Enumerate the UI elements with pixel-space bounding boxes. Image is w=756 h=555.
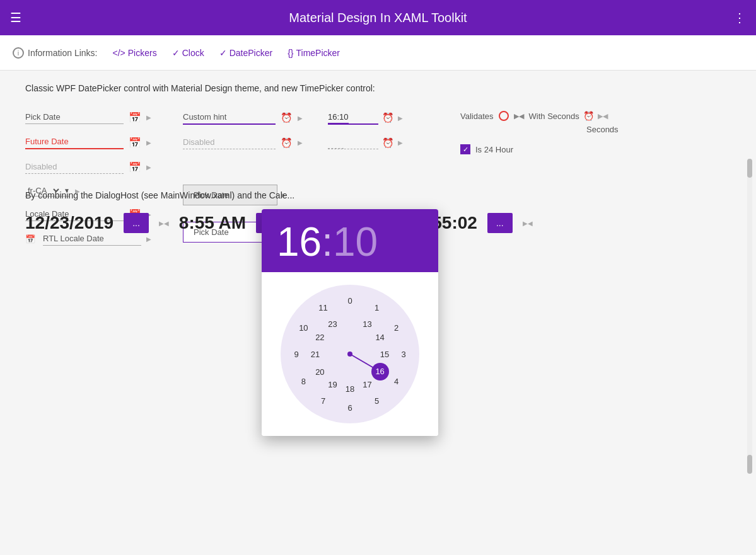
clock-number-10[interactable]: 10 [299, 323, 308, 332]
clock-number-22[interactable]: 22 [315, 332, 324, 341]
radio-1[interactable]: ▶◀ [159, 220, 169, 227]
clock-number-0[interactable]: 0 [347, 296, 352, 306]
clock-number-11[interactable]: 11 [318, 303, 327, 312]
scrollbar-thumb-right-bottom[interactable] [747, 455, 752, 474]
clock-number-5[interactable]: 5 [375, 396, 379, 405]
clock-number-17[interactable]: 17 [363, 379, 371, 389]
time-disabled-toggle-icon: ▶ [398, 139, 403, 146]
future-date-toggle-icon[interactable]: ▶ [146, 139, 151, 146]
pick-date-calendar-icon[interactable]: 📅 [129, 112, 141, 123]
clock-number-18[interactable]: 18 [346, 384, 354, 394]
clock-link-icon: ✓ [172, 48, 180, 58]
timepicker-link[interactable]: {} TimePicker [288, 48, 340, 58]
time-value-text: 16:10 [328, 112, 349, 124]
time-value-1: 8:55 AM [179, 213, 246, 233]
clock-number-8[interactable]: 8 [301, 376, 306, 386]
custom-hint-clock-icon[interactable]: ⏰ [281, 112, 293, 123]
seconds-clock-icon: ⏰ [583, 111, 594, 121]
clock-number-21[interactable]: 21 [311, 350, 320, 359]
clock-number-13[interactable]: 13 [363, 319, 371, 329]
more-options-icon[interactable]: ⋮ [733, 10, 746, 25]
seconds-field-row: Seconds [586, 125, 637, 134]
clock-number-23[interactable]: 23 [328, 319, 337, 329]
timepicker-link-label: TimePicker [296, 48, 340, 58]
header: ☰ Material Design In XAML Toolkit ⋮ [0, 0, 756, 35]
time-value-clock-icon[interactable]: ⏰ [382, 112, 394, 123]
pickers-link-label: Pickers [128, 48, 157, 58]
radio-3[interactable]: ▶◀ [523, 220, 533, 227]
future-date-label: Future Date [25, 137, 69, 146]
with-seconds-label: With Seconds [529, 112, 579, 121]
clock-header: 16:10 [262, 209, 438, 272]
clock-number-7[interactable]: 7 [321, 396, 325, 405]
is24-hour-row: ✓ Is 24 Hour [460, 144, 637, 154]
clock-link[interactable]: ✓ Clock [172, 48, 204, 58]
clock-overlay: 16:10 0123456789101113141516171819202122… [262, 209, 438, 436]
is24-checkbox[interactable]: ✓ [460, 144, 470, 154]
pick-date-row: Pick Date 📅 ▶ [25, 111, 151, 124]
datepicker-link-label: DatePicker [230, 48, 272, 58]
validates-label: Validates [460, 112, 494, 121]
clock-minute[interactable]: 10 [333, 219, 378, 265]
date-btn-1[interactable]: ... [124, 213, 149, 233]
disabled-date-row: Disabled 📅 ▶ [25, 161, 151, 174]
hamburger-icon[interactable]: ☰ [10, 10, 21, 25]
clock-number-14[interactable]: 14 [375, 332, 384, 341]
clock-number-19[interactable]: 19 [328, 379, 337, 389]
clock-hour[interactable]: 16 [277, 219, 322, 265]
rtl-locale-date-toggle-icon[interactable]: ▶ [146, 236, 151, 243]
datepicker-link[interactable]: ✓ DatePicker [219, 48, 272, 58]
bottom-text-content: By combining the DialogHost (see MainWin… [25, 190, 294, 200]
pickers-link-icon: </> [113, 48, 125, 58]
future-date-calendar-icon[interactable]: 📅 [129, 137, 141, 149]
clock-number-6[interactable]: 6 [347, 403, 352, 413]
time-values-column: 16:10 ⏰ ▶ ⏰ ▶ [322, 111, 435, 149]
rtl-icon: 📅 [25, 234, 35, 244]
clock-separator: : [322, 219, 333, 265]
pickers-link[interactable]: </> Pickers [113, 48, 157, 58]
time-value-toggle-icon[interactable]: ▶ [398, 115, 403, 122]
with-seconds-row: With Seconds ⏰ ▶◀ [529, 111, 608, 121]
info-label-text: Information Links: [28, 48, 98, 58]
clock-time-display: 16:10 [277, 222, 423, 262]
rtl-locale-date-label: RTL Locale Date [43, 234, 104, 243]
clock-number-1[interactable]: 1 [375, 303, 379, 312]
time-value-row: 16:10 ⏰ ▶ [328, 111, 435, 125]
clock-number-2[interactable]: 2 [394, 323, 398, 332]
svg-point-1 [347, 352, 352, 357]
clock-number-20[interactable]: 20 [315, 367, 324, 376]
rtl-locale-date-row: 📅 RTL Locale Date ▶ [25, 232, 151, 246]
scrollbar-track-right [747, 159, 752, 474]
main-content: Classic WPF DatePicker control with Mate… [0, 71, 756, 265]
datepicker-link-icon: ✓ [219, 48, 227, 58]
clock-number-9[interactable]: 9 [294, 350, 298, 359]
clock-link-label: Clock [182, 48, 204, 58]
disabled-date-calendar-icon: 📅 [129, 161, 141, 173]
seconds-toggle[interactable]: ▶◀ [598, 112, 608, 120]
time-disabled-row: ⏰ ▶ [328, 136, 435, 149]
info-label: i Information Links: [13, 47, 98, 59]
disabled-time-row: Disabled ⏰ ▶ [183, 136, 303, 149]
disabled-date-label: Disabled [25, 162, 57, 171]
clock-number-16[interactable]: 16 [371, 363, 389, 380]
custom-hint-toggle-icon[interactable]: ▶ [298, 115, 303, 122]
validates-row: Validates ▶◀ With Seconds ⏰ ▶◀ [460, 111, 637, 121]
options-column: Validates ▶◀ With Seconds ⏰ ▶◀ Seconds ✓… [448, 111, 637, 154]
future-date-row: Future Date 📅 ▶ [25, 135, 151, 149]
clock-face-container: 012345678910111314151617181920212223 [262, 272, 438, 436]
pick-date-toggle-icon[interactable]: ▶ [146, 114, 151, 121]
time-disabled-clock-icon: ⏰ [382, 137, 394, 149]
clock-number-15[interactable]: 15 [380, 350, 389, 359]
time-disabled-value [328, 137, 344, 149]
scrollbar-thumb-right-top[interactable] [747, 159, 752, 178]
datetime-btn-1[interactable]: ... [487, 213, 513, 233]
description-text: Classic WPF DatePicker control with Mate… [25, 83, 731, 93]
clock-number-4[interactable]: 4 [394, 376, 398, 386]
disabled-time-label: Disabled [183, 137, 215, 147]
validates-toggle[interactable]: ▶◀ [514, 112, 524, 120]
disabled-time-clock-icon: ⏰ [281, 137, 293, 149]
custom-hint-label: Custom hint [183, 112, 226, 122]
clock-number-3[interactable]: 3 [401, 350, 405, 359]
clock-face[interactable]: 012345678910111314151617181920212223 [281, 285, 419, 423]
timepicker-link-icon: {} [288, 48, 293, 58]
